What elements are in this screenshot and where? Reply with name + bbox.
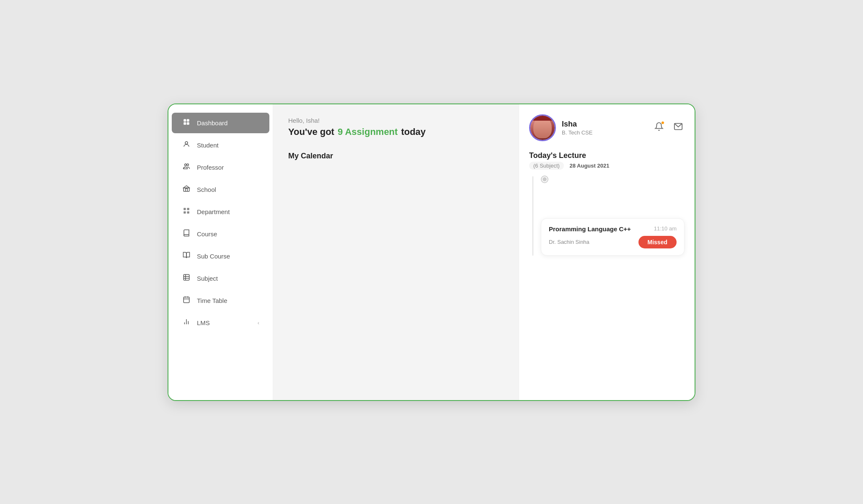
svg-rect-2 xyxy=(183,122,186,124)
department-icon xyxy=(182,207,191,217)
header-icons xyxy=(653,120,685,135)
timeline-entry-2: Proramming Language C++ 11:10 am Dr. Sac… xyxy=(541,218,685,256)
user-role: B. Tech CSE xyxy=(562,129,647,136)
greeting-text: Hello, Isha! xyxy=(288,117,504,124)
lecture-title: Today's Lecture xyxy=(529,151,685,160)
subject-icon xyxy=(182,274,191,283)
assignment-line: You've got 9 Assignment today xyxy=(288,127,504,137)
svg-rect-3 xyxy=(187,122,189,124)
missed-button[interactable]: Missed xyxy=(638,236,677,248)
lecture-date: 28 August 2021 xyxy=(570,163,610,169)
course-icon xyxy=(182,229,191,239)
sidebar-item-course[interactable]: Course xyxy=(172,224,269,244)
sidebar-item-dashboard[interactable]: Dashboard xyxy=(172,113,269,133)
main-content: Hello, Isha! You've got 9 Assignment tod… xyxy=(273,104,519,400)
headline-prefix: You've got xyxy=(288,127,334,137)
time-table-icon xyxy=(182,296,191,305)
user-name: Isha xyxy=(562,120,647,129)
sidebar-item-professor[interactable]: Professor xyxy=(172,157,269,178)
school-icon xyxy=(182,185,191,194)
svg-rect-11 xyxy=(187,211,189,213)
avatar xyxy=(529,114,556,141)
svg-point-6 xyxy=(187,164,189,166)
sidebar-item-department[interactable]: Department xyxy=(172,202,269,222)
timeline-entry-1 xyxy=(541,176,685,202)
notification-badge xyxy=(661,121,664,124)
calendar-section: My Calendar xyxy=(273,147,519,160)
sidebar-label-sub-course: Sub Course xyxy=(197,253,230,260)
sidebar-item-lms[interactable]: LMS ‹ xyxy=(172,313,269,333)
lecture-section: Today's Lecture (6 Subject) 28 August 20… xyxy=(529,151,685,400)
sub-course-icon xyxy=(182,251,191,261)
calendar-title: My Calendar xyxy=(288,152,504,160)
sidebar-item-sub-course[interactable]: Sub Course xyxy=(172,246,269,266)
lecture-card-top: Proramming Language C++ 11:10 am xyxy=(549,225,677,233)
svg-point-5 xyxy=(185,164,187,166)
timeline-dot-empty xyxy=(542,176,548,182)
main-top: Hello, Isha! You've got 9 Assignment tod… xyxy=(273,104,519,147)
sidebar-label-school: School xyxy=(197,186,216,193)
lecture-time: 11:10 am xyxy=(654,225,677,232)
user-info: Isha B. Tech CSE xyxy=(562,120,647,136)
sidebar-label-subject: Subject xyxy=(197,275,218,282)
timeline-line xyxy=(532,176,533,256)
chevron-left-icon: ‹ xyxy=(258,320,259,326)
svg-rect-10 xyxy=(183,211,186,213)
svg-rect-12 xyxy=(183,274,189,280)
dashboard-icon xyxy=(182,118,191,128)
svg-rect-8 xyxy=(183,208,186,210)
assignment-count: 9 Assignment xyxy=(338,127,398,137)
lecture-card: Proramming Language C++ 11:10 am Dr. Sac… xyxy=(541,218,685,256)
headline-suffix: today xyxy=(401,127,426,137)
svg-rect-16 xyxy=(183,297,189,303)
sidebar-label-department: Department xyxy=(197,208,230,215)
sidebar-label-course: Course xyxy=(197,230,217,238)
notification-button[interactable] xyxy=(653,120,665,135)
card-bottom-row: Dr. Sachin Sinha Missed xyxy=(549,236,677,248)
lecture-subject: Proramming Language C++ xyxy=(549,225,631,233)
right-panel: Isha B. Tech CSE Today's Lecture (6 Subj… xyxy=(519,104,695,400)
timeline: Proramming Language C++ 11:10 am Dr. Sac… xyxy=(529,176,685,256)
sidebar: Dashboard Student Professor School xyxy=(168,104,273,400)
user-header: Isha B. Tech CSE xyxy=(529,114,685,141)
sidebar-label-professor: Professor xyxy=(197,164,224,171)
svg-point-4 xyxy=(185,142,188,144)
sidebar-item-subject[interactable]: Subject xyxy=(172,268,269,289)
professor-icon xyxy=(182,163,191,172)
svg-rect-9 xyxy=(187,208,189,210)
lms-icon xyxy=(182,318,191,328)
sidebar-label-time-table: Time Table xyxy=(197,297,227,304)
sidebar-item-time-table[interactable]: Time Table xyxy=(172,290,269,311)
lecture-meta: (6 Subject) 28 August 2021 xyxy=(529,163,685,169)
sidebar-item-student[interactable]: Student xyxy=(172,135,269,155)
mail-button[interactable] xyxy=(672,120,685,135)
lecture-teacher: Dr. Sachin Sinha xyxy=(549,239,589,245)
svg-rect-0 xyxy=(183,119,186,121)
student-icon xyxy=(182,140,191,150)
sidebar-item-school[interactable]: School xyxy=(172,179,269,200)
sidebar-label-lms: LMS xyxy=(197,319,210,326)
svg-rect-1 xyxy=(187,119,189,121)
subjects-count: (6 Subject) xyxy=(529,162,564,170)
sidebar-label-student: Student xyxy=(197,142,219,149)
sidebar-label-dashboard: Dashboard xyxy=(197,119,227,127)
app-container: Dashboard Student Professor School xyxy=(168,103,695,401)
